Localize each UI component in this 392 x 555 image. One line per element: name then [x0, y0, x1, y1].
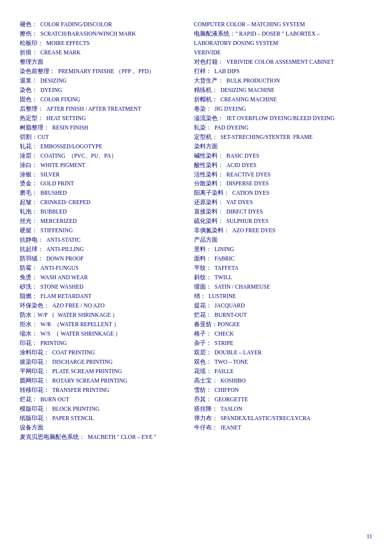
right-entry-45: 牛仔布： JEANET — [194, 423, 372, 432]
right-entry-6: 大货生产： BULK PRODUCTION — [194, 76, 372, 85]
left-entry-41: 烂花： BURN OUT — [20, 395, 184, 404]
left-entry-21: 轧泡： BUBBLED — [20, 207, 184, 216]
left-entry-29: 砂洗： STONE WASHED — [20, 282, 184, 292]
page-number: 11 — [366, 533, 372, 540]
right-entry-19: 阳离子染料： CATION DYES — [194, 188, 372, 198]
left-entry-2: 松板印： MOIRE EFFECTS — [20, 39, 184, 48]
right-entry-36: 杂子： STRIPE — [194, 339, 372, 348]
left-entry-28: 免烫： WASH AND WEAR — [20, 273, 184, 282]
right-entry-37: 双层： DOUBLE – LAYER — [194, 348, 372, 357]
right-entry-10: 溢流染色： JET OVERFLOW DYEING/BLEED DYEING — [194, 114, 372, 123]
left-entry-36: 涂料印花： COAT PRINTING — [20, 348, 184, 357]
left-entry-32: 防水：W/P （ WATER SHRINKAGE ） — [20, 310, 184, 320]
left-entry-42: 模版印花： BLOCK PRINTING — [20, 404, 184, 414]
right-entry-29: 斜纹： TWILL — [194, 273, 372, 282]
right-entry-26: 里料： LINING — [194, 245, 372, 254]
right-entry-30: 缎面： SATIN / CHARMEUSE — [194, 282, 372, 292]
right-entry-3: VERIVIDE — [194, 48, 372, 57]
right-entry-18: 分散染料： DISPERSE DYES — [194, 179, 372, 188]
right-entry-16: 酸性染料： ACID DYES — [194, 161, 372, 170]
right-entry-33: 烂花： BURNT-OUT — [194, 310, 372, 320]
left-entry-20: 起皱： CRINKED/ CREPED — [20, 198, 184, 207]
left-entry-35: 印花： PRINTING — [20, 339, 184, 348]
right-entry-14: 染料方面 — [194, 142, 372, 151]
right-entry-34: 春亚纺：PONGEE — [194, 320, 372, 329]
right-entry-20: 还原染料： VAT DYES — [194, 198, 372, 207]
right-entry-41: 雪纺： CHIFFON — [194, 385, 372, 395]
left-entry-33: 拒水： W/R （WATER REPELLENT ） — [20, 320, 184, 329]
right-entry-35: 格子： CHECK — [194, 329, 372, 339]
right-entry-21: 直接染料： DIRECT DYES — [194, 207, 372, 216]
left-entry-12: 树脂整理： RESIN FINISH — [20, 123, 184, 132]
left-entry-44: 设备方面 — [20, 423, 184, 432]
right-entry-5: 打样： LAB DIPS — [194, 67, 372, 76]
left-entry-0: 褪色： COLOR FADING/DISCOLOR — [20, 20, 184, 29]
left-entry-31: 环保染色： AZO FREE / NO AZO — [20, 301, 184, 310]
left-entry-45: 麦克贝思电脑配色系统： MACBETH " CLOR – EYE " — [20, 432, 184, 442]
right-column: COMPUTER COLOR – MATCHING SYSTEM电脑配液系统："… — [189, 20, 372, 442]
left-entry-14: 轧花： EMBOSSED/LOGOTYPE — [20, 142, 184, 151]
right-entry-15: 碱性染料： BASIC DYES — [194, 151, 372, 161]
right-entry-38: 双色： TWO – TONE — [194, 357, 372, 367]
left-entry-18: 烫金： GOLD PRINT — [20, 179, 184, 188]
right-entry-4: 对色灯箱： VERIVIDE COLOR ASSESMENT CABINET — [194, 57, 372, 67]
right-entry-43: 搭丝降： TASLON — [194, 404, 372, 414]
left-entry-34: 缩水： W/S （ WATER SHRINKAGE ） — [20, 329, 184, 339]
left-entry-3: 折痕： CREASE MARK — [20, 48, 184, 57]
right-entry-31: 绡： LUSTRINE — [194, 292, 372, 301]
right-entry-1: 电脑配液系统：" RAPID – DOSER " LABORTEX – — [194, 29, 372, 39]
left-entry-8: 染色： DYEING — [20, 85, 184, 95]
right-entry-39: 花瑶： FAILLE — [194, 367, 372, 376]
left-entry-23: 硬挺： STIFFENING — [20, 226, 184, 235]
left-entry-6: 染色前整理： PREMINARY FINISHE （PFP， PFD） — [20, 67, 184, 76]
right-entry-8: 折帽机： CREASING MACHINE — [194, 95, 372, 104]
right-entry-11: 轧染： PAD DYEING — [194, 123, 372, 132]
left-entry-7: 退浆： DESIZING — [20, 76, 184, 85]
right-entry-2: LABORATORY DOSING SYSTEM — [194, 39, 372, 48]
left-entry-38: 平网印花： PLATE SCREAM PRINTING — [20, 367, 184, 376]
left-entry-37: 拔染印花： DISCHARGE PRINTING — [20, 357, 184, 367]
left-entry-13: 切割：CUT — [20, 132, 184, 142]
left-entry-11: 热定型： HEAT SETTING — [20, 114, 184, 123]
left-entry-25: 抗起球： ANTI-PILLING — [20, 245, 184, 254]
right-entry-12: 定型机： SET-STRECHING/STENTER FRAME — [194, 132, 372, 142]
right-entry-42: 乔其： GEORGETTE — [194, 395, 372, 404]
right-entry-23: 非偶氮染料： AZO FREE DYES — [194, 226, 372, 235]
page-container: 褪色： COLOR FADING/DISCOLOR擦伤： SCRATCH/BAR… — [20, 20, 372, 442]
left-entry-27: 防霉： ANTI-FUNGUS — [20, 263, 184, 273]
left-entry-17: 涂银： SILVER — [20, 170, 184, 179]
right-entry-22: 硫化染料： SULPHUR DYES — [194, 216, 372, 226]
left-entry-15: 涂层： COATING （PVC、PU、PA） — [20, 151, 184, 161]
left-entry-10: 后整理： AFTER FINISH / AFTER TREATMENT — [20, 104, 184, 114]
left-entry-16: 涂白： WHITE PIGMENT — [20, 161, 184, 170]
right-entry-0: COMPUTER COLOR – MATCHING SYSTEM — [194, 20, 372, 29]
left-entry-19: 磨毛： BRUSHED — [20, 188, 184, 198]
right-entry-28: 平纹： TAFFETA — [194, 263, 372, 273]
left-column: 褪色： COLOR FADING/DISCOLOR擦伤： SCRATCH/BAR… — [20, 20, 189, 442]
left-entry-39: 圆网印花： ROTARY SCREAM PRINTING — [20, 376, 184, 385]
right-entry-32: 提花： JACQUARD — [194, 301, 372, 310]
left-entry-26: 防羽绒： DOWN PROOF — [20, 254, 184, 263]
right-entry-27: 面料： FABRIC — [194, 254, 372, 263]
left-entry-1: 擦伤： SCRATCH/BARASION/WINCH MARK — [20, 29, 184, 39]
right-entry-25: 产品方面 — [194, 235, 372, 245]
left-entry-40: 转移印花： TRANSFER PRINTING — [20, 385, 184, 395]
right-entry-17: 活性染料： REACTIVE DYES — [194, 170, 372, 179]
right-entry-7: 精练机： DESIZING MACHINE — [194, 85, 372, 95]
left-entry-43: 纸版印花： PAPER STENCIL — [20, 414, 184, 423]
left-entry-5: 整理方面 — [20, 57, 184, 67]
right-entry-40: 高士宝： KOSHIBO — [194, 376, 372, 385]
left-entry-24: 抗静电： ANTI-STATIC — [20, 235, 184, 245]
left-entry-30: 阻燃： FLAM RETARDANT — [20, 292, 184, 301]
right-entry-9: 卷染： JIG DYEING — [194, 104, 372, 114]
left-entry-22: 丝光： MERCERIZED — [20, 216, 184, 226]
left-entry-9: 固色： COLOR FIXING — [20, 95, 184, 104]
right-entry-44: 弹力布： SPANDEX/ELASTIC/STREC/LYCRA — [194, 414, 372, 423]
